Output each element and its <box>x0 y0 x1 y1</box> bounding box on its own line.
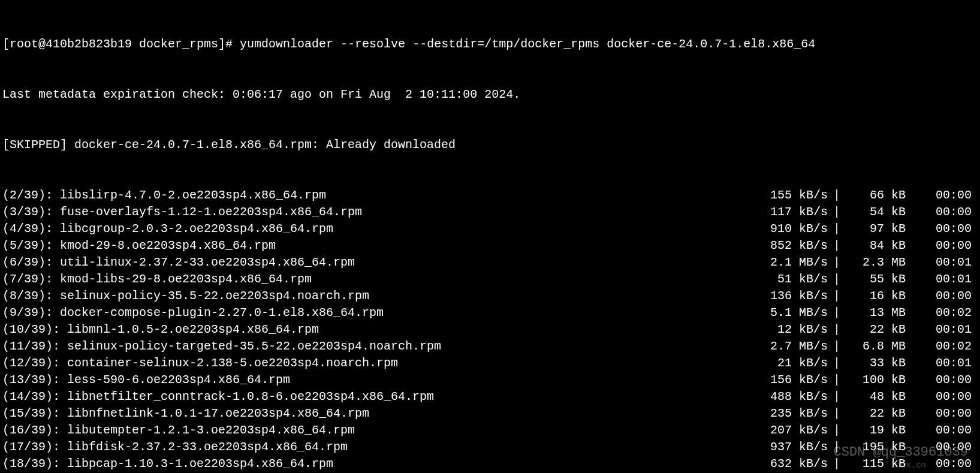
download-row-right: 21 kB/s|33 kB00:01 <box>756 355 978 372</box>
row-index: (7/39): <box>2 272 53 286</box>
download-time: 00:00 <box>906 372 978 388</box>
rpm-filename: util-linux-2.37.2-33.oe2203sp4.x86_64.rp… <box>53 255 355 269</box>
download-speed: 2.7 MB/s <box>756 338 828 355</box>
download-size: 16 kB <box>846 288 906 305</box>
download-speed: 117 kB/s <box>756 204 828 221</box>
download-row: (16/39): libutempter-1.2.1-3.oe2203sp4.x… <box>2 422 978 439</box>
download-size: 195 kB <box>846 439 906 456</box>
download-row-left: (16/39): libutempter-1.2.1-3.oe2203sp4.x… <box>2 422 355 439</box>
row-index: (9/39): <box>2 306 53 320</box>
rpm-filename: fuse-overlayfs-1.12-1.oe2203sp4.x86_64.r… <box>53 205 362 219</box>
row-index: (4/39): <box>2 222 53 236</box>
download-size: 100 kB <box>846 372 906 388</box>
row-index: (12/39): <box>2 356 60 370</box>
rpm-filename: kmod-libs-29-8.oe2203sp4.x86_64.rpm <box>53 272 312 286</box>
column-separator: | <box>828 456 846 472</box>
rpm-filename: selinux-policy-35.5-22.oe2203sp4.noarch.… <box>53 289 369 303</box>
terminal-output[interactable]: [root@410b2b823b19 docker_rpms]# yumdown… <box>0 0 980 473</box>
column-separator: | <box>828 388 846 405</box>
download-row-right: 852 kB/s|84 kB00:00 <box>756 237 978 254</box>
rpm-filename: docker-compose-plugin-2.27.0-1.el8.x86_6… <box>53 306 384 320</box>
column-separator: | <box>828 405 846 422</box>
download-row-left: (9/39): docker-compose-plugin-2.27.0-1.e… <box>2 305 384 321</box>
download-time: 00:00 <box>906 388 978 405</box>
download-size: 13 MB <box>846 305 906 321</box>
rpm-filename: kmod-29-8.oe2203sp4.x86_64.rpm <box>53 239 276 252</box>
download-row-right: 2.7 MB/s|6.8 MB00:02 <box>756 338 978 355</box>
row-index: (14/39): <box>2 390 60 403</box>
download-size: 19 kB <box>846 422 906 439</box>
column-separator: | <box>828 271 846 288</box>
download-speed: 207 kB/s <box>756 422 828 439</box>
column-separator: | <box>828 372 846 388</box>
rpm-filename: libnfnetlink-1.0.1-17.oe2203sp4.x86_64.r… <box>60 406 369 420</box>
download-row-right: 155 kB/s|66 kB00:00 <box>756 187 978 204</box>
download-time: 00:00 <box>906 456 978 472</box>
download-row-left: (17/39): libfdisk-2.37.2-33.oe2203sp4.x8… <box>2 439 348 456</box>
download-row-right: 136 kB/s|16 kB00:00 <box>756 288 978 305</box>
column-separator: | <box>828 422 846 439</box>
download-size: 2.3 MB <box>846 254 906 271</box>
column-separator: | <box>828 305 846 321</box>
download-row-right: 910 kB/s|97 kB00:00 <box>756 221 978 237</box>
download-size: 6.8 MB <box>846 338 906 355</box>
download-speed: 155 kB/s <box>756 187 828 204</box>
download-time: 00:00 <box>906 204 978 221</box>
rpm-filename: libmnl-1.0.5-2.oe2203sp4.x86_64.rpm <box>60 323 319 336</box>
download-size: 97 kB <box>846 221 906 237</box>
download-size: 66 kB <box>846 187 906 204</box>
download-speed: 136 kB/s <box>756 288 828 305</box>
download-row-left: (6/39): util-linux-2.37.2-33.oe2203sp4.x… <box>2 254 355 271</box>
column-separator: | <box>828 187 846 204</box>
download-size: 115 kB <box>846 456 906 472</box>
column-separator: | <box>828 338 846 355</box>
rpm-filename: libpcap-1.10.3-1.oe2203sp4.x86_64.rpm <box>60 457 333 471</box>
row-index: (16/39): <box>2 423 60 437</box>
download-row-left: (12/39): container-selinux-2.138-5.oe220… <box>2 355 398 372</box>
row-index: (11/39): <box>2 339 60 353</box>
download-row-right: 51 kB/s|55 kB00:01 <box>756 271 978 288</box>
download-row-left: (15/39): libnfnetlink-1.0.1-17.oe2203sp4… <box>2 405 369 422</box>
download-row: (6/39): util-linux-2.37.2-33.oe2203sp4.x… <box>2 254 978 271</box>
download-time: 00:02 <box>906 305 978 321</box>
download-row: (18/39): libpcap-1.10.3-1.oe2203sp4.x86_… <box>2 456 978 472</box>
download-row-left: (14/39): libnetfilter_conntrack-1.0.8-6.… <box>2 388 434 405</box>
download-time: 00:00 <box>906 187 978 204</box>
download-time: 00:00 <box>906 405 978 422</box>
rpm-filename: selinux-policy-targeted-35.5-22.oe2203sp… <box>60 339 441 353</box>
download-row: (12/39): container-selinux-2.138-5.oe220… <box>2 355 978 372</box>
column-separator: | <box>828 204 846 221</box>
download-speed: 51 kB/s <box>756 271 828 288</box>
column-separator: | <box>828 221 846 237</box>
download-row: (2/39): libslirp-4.7.0-2.oe2203sp4.x86_6… <box>2 187 978 204</box>
download-row-right: 488 kB/s|48 kB00:00 <box>756 388 978 405</box>
download-speed: 5.1 MB/s <box>756 305 828 321</box>
download-row-left: (5/39): kmod-29-8.oe2203sp4.x86_64.rpm <box>2 237 276 254</box>
download-row-left: (13/39): less-590-6.oe2203sp4.x86_64.rpm <box>2 372 290 388</box>
download-row: (17/39): libfdisk-2.37.2-33.oe2203sp4.x8… <box>2 439 978 456</box>
row-index: (15/39): <box>2 406 60 420</box>
prompt: [root@410b2b823b19 docker_rpms]# <box>2 37 240 51</box>
download-row-left: (8/39): selinux-policy-35.5-22.oe2203sp4… <box>2 288 369 305</box>
download-speed: 910 kB/s <box>756 221 828 237</box>
skipped-line: [SKIPPED] docker-ce-24.0.7-1.el8.x86_64.… <box>2 137 978 153</box>
column-separator: | <box>828 237 846 254</box>
download-speed: 488 kB/s <box>756 388 828 405</box>
download-time: 00:00 <box>906 422 978 439</box>
download-time: 00:00 <box>906 237 978 254</box>
command-line: [root@410b2b823b19 docker_rpms]# yumdown… <box>2 36 978 53</box>
download-row: (11/39): selinux-policy-targeted-35.5-22… <box>2 338 978 355</box>
row-index: (2/39): <box>2 188 53 202</box>
row-index: (13/39): <box>2 373 60 387</box>
download-speed: 632 kB/s <box>756 456 828 472</box>
download-rows: (2/39): libslirp-4.7.0-2.oe2203sp4.x86_6… <box>2 187 978 473</box>
download-time: 00:02 <box>906 338 978 355</box>
download-row-left: (11/39): selinux-policy-targeted-35.5-22… <box>2 338 441 355</box>
column-separator: | <box>828 439 846 456</box>
download-row: (7/39): kmod-libs-29-8.oe2203sp4.x86_64.… <box>2 271 978 288</box>
download-row-right: 207 kB/s|19 kB00:00 <box>756 422 978 439</box>
download-speed: 852 kB/s <box>756 237 828 254</box>
download-time: 00:01 <box>906 271 978 288</box>
download-size: 54 kB <box>846 204 906 221</box>
download-row-right: 235 kB/s|22 kB00:00 <box>756 405 978 422</box>
